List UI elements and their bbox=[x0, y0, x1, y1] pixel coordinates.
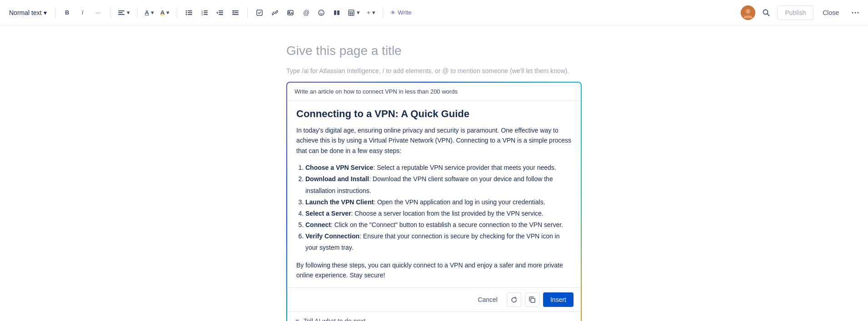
chevron-down-icon: ▾ bbox=[166, 9, 170, 16]
more-options-button[interactable] bbox=[848, 5, 863, 20]
copy-icon bbox=[529, 296, 536, 303]
svg-rect-12 bbox=[204, 12, 208, 13]
ai-prompt-text: Write an article on how to connect VPN i… bbox=[294, 88, 458, 95]
color-group: A ▾ A ▾ bbox=[142, 5, 173, 20]
svg-point-5 bbox=[186, 12, 187, 13]
image-icon bbox=[287, 9, 294, 16]
tell-ai-label: Tell AI what to do next bbox=[304, 317, 365, 321]
publish-label: Publish bbox=[785, 9, 806, 16]
page-title-placeholder[interactable]: Give this page a title bbox=[286, 44, 582, 58]
numbered-list-icon: 1. 2. 3. bbox=[201, 9, 208, 16]
close-label: Close bbox=[823, 9, 839, 16]
divider-5 bbox=[247, 7, 248, 18]
regenerate-button[interactable] bbox=[507, 292, 521, 307]
svg-rect-4 bbox=[188, 10, 192, 11]
align-icon bbox=[118, 9, 125, 16]
svg-rect-10 bbox=[204, 10, 208, 11]
ai-article-title: Connecting to a VPN: A Quick Guide bbox=[296, 108, 572, 120]
ai-step-6: Verify Connection: Ensure that your conn… bbox=[305, 231, 572, 253]
numbered-list-button[interactable]: 1. 2. 3. bbox=[197, 5, 212, 20]
search-button[interactable] bbox=[759, 5, 773, 20]
ai-action-bar: Cancel Insert bbox=[287, 287, 581, 311]
cancel-label: Cancel bbox=[478, 296, 498, 303]
more-dots-icon bbox=[851, 9, 859, 17]
ai-steps-list: Choose a VPN Service: Select a reputable… bbox=[296, 162, 572, 254]
table-icon bbox=[348, 9, 355, 16]
more-elements-button[interactable]: + ▾ bbox=[364, 5, 378, 20]
text-style-group: Normal text ▾ bbox=[5, 5, 50, 20]
bullet-list-button[interactable] bbox=[182, 5, 196, 20]
emoji-button[interactable] bbox=[314, 5, 329, 20]
bold-button[interactable]: B bbox=[60, 5, 75, 20]
italic-icon: I bbox=[82, 9, 84, 16]
svg-rect-15 bbox=[219, 10, 223, 11]
svg-point-40 bbox=[855, 12, 856, 13]
search-icon bbox=[762, 9, 770, 17]
align-button[interactable]: ▾ bbox=[115, 5, 133, 20]
write-label: Write bbox=[398, 9, 411, 16]
svg-rect-16 bbox=[219, 12, 223, 13]
text-format-group: B I ··· bbox=[60, 5, 105, 20]
highlight-icon: A bbox=[160, 9, 165, 16]
columns-icon bbox=[333, 9, 340, 16]
ai-panel: Write an article on how to connect VPN i… bbox=[286, 82, 582, 321]
text-color-label: A bbox=[145, 9, 149, 16]
emoji-icon bbox=[318, 9, 325, 16]
write-ai-button[interactable]: ✳ Write bbox=[388, 5, 414, 20]
divider-1 bbox=[55, 7, 55, 18]
ai-spark-icon: ✳ bbox=[294, 317, 300, 321]
ai-step-5: Connect: Click on the "Connect" button t… bbox=[305, 219, 572, 231]
ai-tell-bar[interactable]: ✳ Tell AI what to do next bbox=[287, 311, 581, 321]
highlight-button[interactable]: A ▾ bbox=[158, 5, 172, 20]
more-formatting-icon: ··· bbox=[95, 9, 100, 16]
svg-rect-0 bbox=[118, 10, 125, 11]
svg-rect-1 bbox=[118, 12, 123, 13]
svg-point-37 bbox=[763, 10, 768, 14]
ai-step-1: Choose a VPN Service: Select a reputable… bbox=[305, 162, 572, 173]
bullet-list-icon bbox=[185, 9, 193, 16]
italic-button[interactable]: I bbox=[75, 5, 90, 20]
text-style-dropdown[interactable]: Normal text ▾ bbox=[5, 5, 50, 20]
publish-button[interactable]: Publish bbox=[777, 5, 813, 20]
svg-point-27 bbox=[322, 11, 323, 12]
columns-button[interactable] bbox=[329, 5, 344, 20]
toolbar: Normal text ▾ B I ··· ▾ A ▾ bbox=[0, 0, 868, 25]
indent-icon bbox=[232, 9, 239, 16]
toolbar-right: Publish Close bbox=[741, 5, 863, 20]
mention-button[interactable]: @ bbox=[299, 5, 313, 20]
outdent-icon bbox=[216, 9, 224, 16]
chevron-down-icon: ▾ bbox=[44, 9, 47, 16]
mention-icon: @ bbox=[302, 9, 309, 16]
ai-prompt-bar: Write an article on how to connect VPN i… bbox=[287, 83, 581, 101]
outdent-button[interactable] bbox=[213, 5, 227, 20]
cancel-button[interactable]: Cancel bbox=[472, 292, 503, 307]
chevron-down-icon: ▾ bbox=[372, 9, 375, 16]
svg-point-25 bbox=[319, 10, 324, 15]
svg-point-41 bbox=[858, 12, 859, 13]
ai-step-4: Select a Server: Choose a server locatio… bbox=[305, 208, 572, 219]
text-style-label: Normal text bbox=[9, 9, 42, 16]
divider-2 bbox=[110, 7, 110, 18]
regenerate-icon bbox=[510, 296, 518, 303]
image-button[interactable] bbox=[283, 5, 298, 20]
indent-button[interactable] bbox=[228, 5, 243, 20]
link-button[interactable] bbox=[268, 5, 282, 20]
svg-rect-19 bbox=[234, 12, 239, 13]
svg-text:@: @ bbox=[303, 9, 309, 16]
svg-rect-20 bbox=[232, 14, 239, 15]
text-color-button[interactable]: A ▾ bbox=[142, 5, 157, 20]
ai-spark-icon: ✳ bbox=[390, 9, 395, 16]
insert-button[interactable]: Insert bbox=[543, 292, 574, 307]
table-button[interactable]: ▾ bbox=[345, 5, 363, 20]
editor-body-placeholder[interactable]: Type /ai for Atlassian Intelligence, / t… bbox=[286, 67, 582, 74]
ai-step-2: Download and Install: Download the VPN c… bbox=[305, 173, 572, 196]
more-formatting-button[interactable]: ··· bbox=[91, 5, 105, 20]
close-button[interactable]: Close bbox=[817, 5, 844, 20]
copy-button[interactable] bbox=[525, 292, 539, 307]
svg-point-7 bbox=[186, 14, 187, 15]
user-avatar[interactable] bbox=[741, 5, 755, 20]
chevron-down-icon: ▾ bbox=[357, 9, 360, 16]
ai-step-3: Launch the VPN Client: Open the VPN appl… bbox=[305, 197, 572, 208]
task-button[interactable] bbox=[252, 5, 267, 20]
divider-4 bbox=[177, 7, 177, 18]
